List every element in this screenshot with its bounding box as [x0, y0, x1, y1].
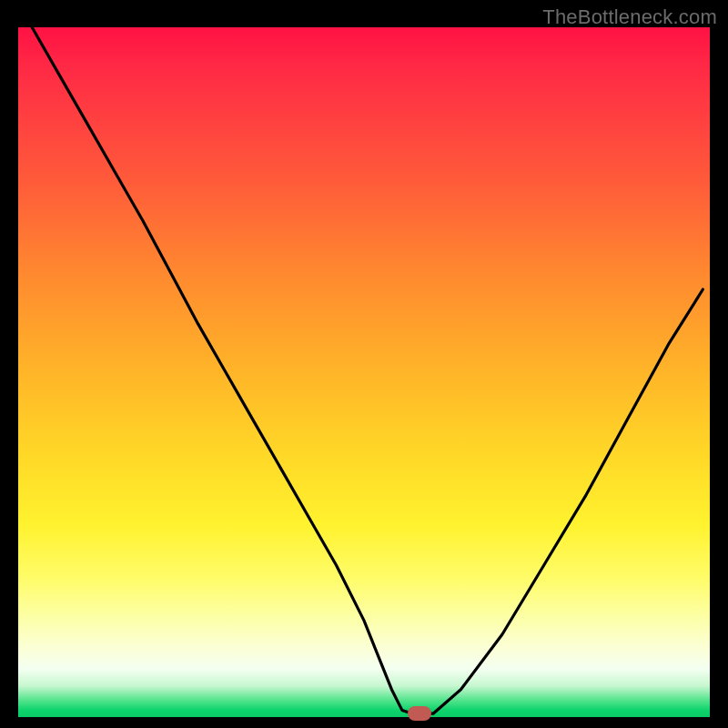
bottleneck-curve-path — [32, 27, 703, 713]
chart-frame: TheBottleneck.com — [0, 0, 728, 728]
watermark-text: TheBottleneck.com — [542, 5, 717, 29]
curve-overlay — [18, 27, 710, 717]
plot-area — [18, 27, 710, 717]
optimum-marker — [408, 706, 431, 721]
